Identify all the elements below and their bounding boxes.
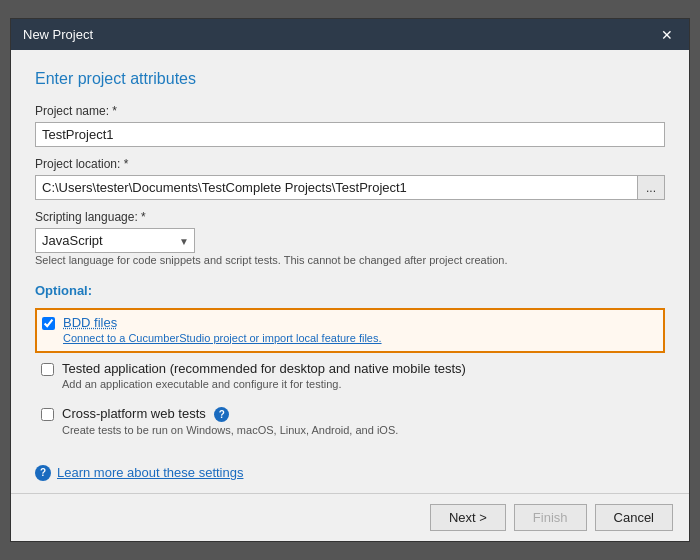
scripting-hint: Select language for code snippets and sc… <box>35 253 665 268</box>
next-button[interactable]: Next > <box>430 504 506 531</box>
scripting-language-container: JavaScript Python VBScript JScript Delph… <box>35 228 195 253</box>
section-title: Enter project attributes <box>35 70 665 88</box>
close-button[interactable]: ✕ <box>657 28 677 42</box>
cross-platform-content: Cross-platform web tests ? Create tests … <box>62 406 398 438</box>
dialog-footer: Next > Finish Cancel <box>11 493 689 541</box>
cross-platform-help-icon[interactable]: ? <box>214 407 229 422</box>
tested-app-content: Tested application (recommended for desk… <box>62 361 466 392</box>
bdd-content: BDD files Connect to a CucumberStudio pr… <box>63 315 382 346</box>
tested-app-sub-text: Add an application executable and config… <box>62 377 466 392</box>
finish-button[interactable]: Finish <box>514 504 587 531</box>
tested-app-checkbox[interactable] <box>41 363 54 376</box>
cross-platform-checkbox[interactable] <box>41 408 54 421</box>
dialog-title: New Project <box>23 27 93 42</box>
optional-label: Optional: <box>35 283 665 298</box>
cross-platform-row: Cross-platform web tests ? Create tests … <box>35 400 665 444</box>
bdd-sub-text: Connect to a CucumberStudio project or i… <box>63 331 382 346</box>
tested-app-main-label[interactable]: Tested application (recommended for desk… <box>62 361 466 376</box>
project-location-label: Project location: * <box>35 157 665 171</box>
bdd-main-label[interactable]: BDD files <box>63 315 117 330</box>
cross-platform-sub-text: Create tests to be run on Windows, macOS… <box>62 423 398 438</box>
bdd-checkbox[interactable] <box>42 317 55 330</box>
dialog-body: Enter project attributes Project name: *… <box>11 50 689 493</box>
learn-more-help-icon[interactable]: ? <box>35 465 51 481</box>
browse-button[interactable]: ... <box>638 175 665 200</box>
scripting-language-label: Scripting language: * <box>35 210 665 224</box>
project-name-label: Project name: * <box>35 104 665 118</box>
project-location-row: ... <box>35 175 665 200</box>
title-bar: New Project ✕ <box>11 19 689 50</box>
cross-platform-main-label[interactable]: Cross-platform web tests ? <box>62 406 229 421</box>
learn-more-row: ? Learn more about these settings <box>35 465 665 481</box>
project-name-input[interactable] <box>35 122 665 147</box>
new-project-dialog: New Project ✕ Enter project attributes P… <box>10 18 690 542</box>
scripting-language-select[interactable]: JavaScript Python VBScript JScript Delph… <box>35 228 195 253</box>
learn-more-link[interactable]: Learn more about these settings <box>57 465 243 480</box>
cancel-button[interactable]: Cancel <box>595 504 673 531</box>
tested-app-row: Tested application (recommended for desk… <box>35 355 665 398</box>
bdd-files-row: BDD files Connect to a CucumberStudio pr… <box>35 308 665 353</box>
project-location-input[interactable] <box>35 175 638 200</box>
